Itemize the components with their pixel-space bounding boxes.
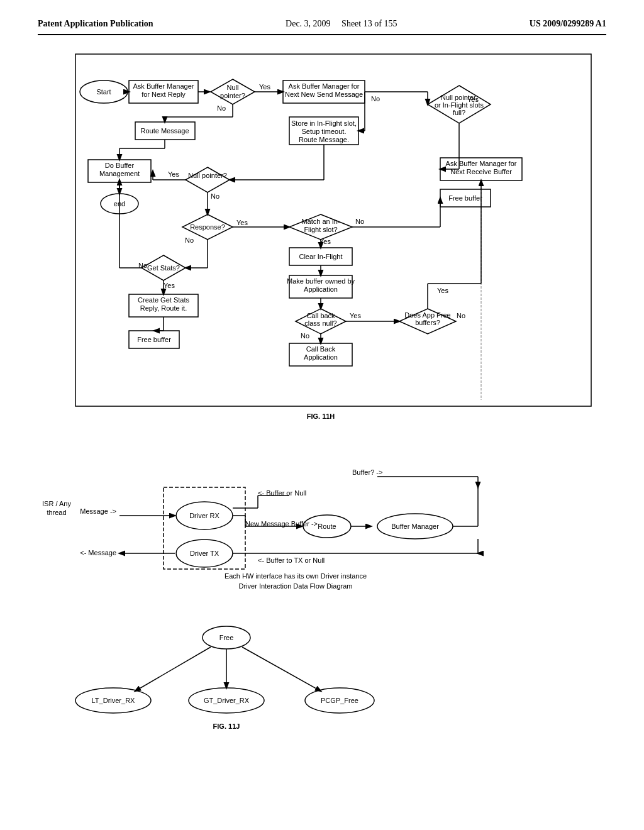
header-date: Dec. 3, 2009 <box>286 19 331 28</box>
svg-text:Null: Null <box>227 84 239 91</box>
svg-text:No: No <box>301 332 309 340</box>
svg-text:Management: Management <box>99 170 140 177</box>
svg-text:PCGP_Free: PCGP_Free <box>321 697 358 704</box>
svg-line-160 <box>135 647 211 691</box>
svg-text:Null pointer?: Null pointer? <box>188 172 227 179</box>
svg-text:No: No <box>217 104 226 112</box>
fig-11j-container: Free LT_Driver_RX GT_Driver_RX PCGP_Free… <box>38 612 606 741</box>
header-publication: Patent Application Publication <box>38 19 153 29</box>
svg-text:Driver RX: Driver RX <box>189 512 219 519</box>
svg-text:Next New Send Message: Next New Send Message <box>285 91 363 98</box>
svg-text:Match an In-: Match an In- <box>301 218 340 225</box>
svg-line-162 <box>242 647 321 691</box>
svg-text:Make buffer owned by: Make buffer owned by <box>287 277 355 285</box>
svg-text:Ask Buffer Manager for: Ask Buffer Manager for <box>446 160 517 167</box>
svg-text:LT_Driver_RX: LT_Driver_RX <box>92 697 136 704</box>
svg-text:Store in In-Flight slot,: Store in In-Flight slot, <box>291 119 357 127</box>
svg-text:Yes: Yes <box>350 312 361 319</box>
svg-text:Yes: Yes <box>437 287 448 294</box>
svg-text:No: No <box>355 218 364 225</box>
page-header: Patent Application Publication Dec. 3, 2… <box>38 19 606 35</box>
svg-text:Yes: Yes <box>164 282 175 289</box>
svg-text:Ask Buffer Manager: Ask Buffer Manager <box>133 82 194 90</box>
fig-11h-container: Start Ask Buffer Manager for Next Reply … <box>38 48 606 440</box>
fig-11i-svg: ISR / Any thread Driver RX Driver TX Mes… <box>38 453 553 597</box>
svg-text:GT_Driver_RX: GT_Driver_RX <box>204 697 250 704</box>
svg-text:Ask Buffer Manager for: Ask Buffer Manager for <box>289 82 360 90</box>
svg-text:No: No <box>371 95 380 102</box>
svg-text:Create Get Stats: Create Get Stats <box>138 296 189 304</box>
svg-text:ISR / Any: ISR / Any <box>42 500 71 507</box>
svg-text:Response?: Response? <box>190 223 225 231</box>
svg-marker-52 <box>186 167 230 192</box>
svg-text:No: No <box>211 192 219 200</box>
header-sheet: Sheet 13 of 155 <box>341 19 397 28</box>
svg-text:Driver Interaction Data Flow D: Driver Interaction Data Flow Diagram <box>239 582 353 590</box>
fig-11j-svg: Free LT_Driver_RX GT_Driver_RX PCGP_Free… <box>38 612 415 738</box>
svg-text:class null?: class null? <box>304 319 336 327</box>
svg-text:Does App Free: Does App Free <box>404 311 450 319</box>
svg-text:Each HW interface has its own : Each HW interface has its own Driver ins… <box>225 572 367 580</box>
svg-text:Application: Application <box>304 285 338 293</box>
header-center: Dec. 3, 2009 Sheet 13 of 155 <box>286 19 397 29</box>
page: Patent Application Publication Dec. 3, 2… <box>0 0 644 830</box>
fig-11i-container: ISR / Any thread Driver RX Driver TX Mes… <box>38 453 606 600</box>
svg-text:Buffer Manager: Buffer Manager <box>391 523 439 530</box>
svg-text:Free buffer: Free buffer <box>448 194 482 202</box>
svg-text:Clear In-Flight: Clear In-Flight <box>299 253 342 260</box>
svg-text:Call back: Call back <box>306 312 335 319</box>
svg-text:Flight slot?: Flight slot? <box>304 226 337 233</box>
svg-text:Application: Application <box>304 353 338 361</box>
svg-text:Route Message.: Route Message. <box>299 136 349 143</box>
svg-text:No: No <box>185 236 194 244</box>
svg-text:buffers?: buffers? <box>415 319 440 326</box>
svg-text:Next Receive Buffer: Next Receive Buffer <box>450 168 512 175</box>
svg-text:No: No <box>457 312 465 319</box>
svg-text:Yes: Yes <box>168 170 179 178</box>
svg-text:Yes: Yes <box>467 96 479 103</box>
svg-text:Route Message: Route Message <box>140 127 189 135</box>
svg-text:Free: Free <box>219 634 234 641</box>
svg-text:Yes: Yes <box>259 83 270 91</box>
svg-text:Yes: Yes <box>319 238 331 245</box>
svg-text:Setup timeout.: Setup timeout. <box>302 128 347 135</box>
svg-text:Start: Start <box>96 88 111 96</box>
svg-text:Yes: Yes <box>236 219 248 226</box>
svg-text:Reply, Route it.: Reply, Route it. <box>140 304 187 312</box>
svg-text:Free buffer: Free buffer <box>137 336 171 343</box>
svg-text:FIG. 11H: FIG. 11H <box>307 412 335 420</box>
svg-text:Do Buffer: Do Buffer <box>105 162 135 169</box>
svg-text:for Next Reply: for Next Reply <box>142 91 186 98</box>
svg-text:full?: full? <box>453 109 465 116</box>
svg-text:<- Buffer to TX or Null: <- Buffer to TX or Null <box>258 556 325 564</box>
svg-text:FIG. 11J: FIG. 11J <box>213 722 240 730</box>
svg-text:Message ->: Message -> <box>80 507 116 515</box>
header-patent: US 2009/0299289 A1 <box>530 19 606 29</box>
svg-text:pointer?: pointer? <box>220 92 245 99</box>
fig-11h-svg: Start Ask Buffer Manager for Next Reply … <box>38 48 604 438</box>
svg-text:Driver TX: Driver TX <box>190 550 219 557</box>
svg-text:Call Back: Call Back <box>306 345 336 353</box>
svg-text:thread: thread <box>47 509 66 516</box>
svg-text:<- Message: <- Message <box>80 549 116 556</box>
svg-text:Route: Route <box>318 523 336 530</box>
svg-text:Buffer? ->: Buffer? -> <box>352 468 382 476</box>
svg-text:Get Stats?: Get Stats? <box>147 264 180 272</box>
